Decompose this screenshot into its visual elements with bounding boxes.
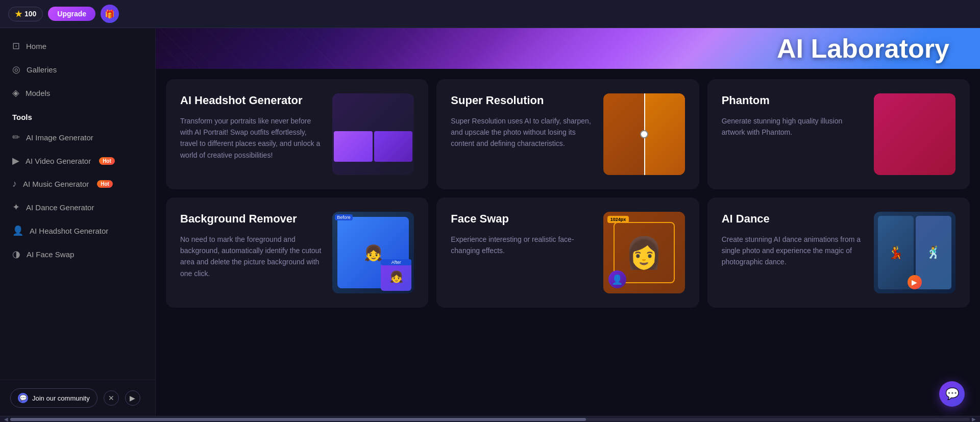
card-face-swap-desc: Experience interesting or realistic face… [451,234,595,257]
sidebar-item-ai-video[interactable]: ▶ AI Video Generator Hot [0,149,155,172]
card-ai-dance-info: AI Dance Create stunning AI dance animat… [722,212,866,268]
ai-video-icon: ▶ [12,155,19,166]
ai-image-icon: ✏ [12,132,20,143]
galleries-icon: ◎ [12,64,20,75]
youtube-button[interactable]: ▶ [125,390,140,406]
community-label: Join our community [32,394,90,402]
chat-bubble-button[interactable]: 💬 [939,381,965,407]
card-phantom[interactable]: Phantom Generate stunning high quality i… [707,79,970,189]
sidebar-item-models[interactable]: ◈ Models [0,81,155,105]
sidebar-item-ai-image[interactable]: ✏ AI Image Generator [0,126,155,149]
sidebar-item-ai-music-label: AI Music Generator [23,180,89,188]
topbar: ★ 100 Upgrade 🎁 [0,0,980,28]
card-ai-dance[interactable]: AI Dance Create stunning AI dance animat… [707,197,970,308]
main-layout: ⊡ Home ◎ Galleries ◈ Models Tools ✏ AI I… [0,28,980,416]
cards-grid: AI Headshot Generator Transform your por… [156,69,980,416]
card-ai-headshot-info: AI Headshot Generator Transform your por… [180,93,324,161]
sidebar-item-galleries-label: Galleries [27,65,57,74]
sidebar-item-ai-dance-label: AI Dance Generator [26,203,94,212]
sidebar-item-ai-music[interactable]: ♪ AI Music Generator Hot [0,172,155,195]
card-super-resolution-title: Super Resolution [451,93,595,108]
card-super-resolution[interactable]: Super Resolution Super Resolution uses A… [436,79,699,189]
scrollbar-track [10,418,970,421]
hot-badge-video: Hot [99,157,115,165]
stars-badge: ★ 100 [8,7,43,21]
sidebar-item-ai-video-label: AI Video Generator [26,157,91,165]
bottom-scrollbar: ◀ ▶ [0,416,980,422]
card-ai-dance-title: AI Dance [722,212,866,227]
home-icon: ⊡ [12,40,20,52]
sidebar-item-ai-headshot-label: AI Headshot Generator [30,227,108,235]
scrollbar-thumb [10,418,586,421]
card-phantom-image [874,93,955,175]
card-face-swap-title: Face Swap [451,212,595,227]
scroll-left-arrow[interactable]: ◀ [4,416,8,422]
hero-title: AI Laboratory [777,33,949,64]
hero-banner: AI Laboratory [156,28,980,69]
sidebar-footer: 💬 Join our community ✕ ▶ [0,380,155,416]
card-ai-headshot-title: AI Headshot Generator [180,93,324,108]
star-icon: ★ [15,9,22,19]
card-face-swap[interactable]: Face Swap Experience interesting or real… [436,197,699,308]
ai-face-swap-icon: ◑ [12,249,20,260]
card-face-swap-image: 👩 1024px 👤 [603,212,685,293]
card-phantom-info: Phantom Generate stunning high quality i… [722,93,866,138]
card-background-remover-image: 👧 👧 Before After [332,212,414,293]
sidebar-item-ai-dance[interactable]: ✦ AI Dance Generator [0,195,155,219]
sidebar-item-ai-face-swap[interactable]: ◑ AI Face Swap [0,242,155,266]
sidebar-item-models-label: Models [26,89,50,97]
sidebar-item-ai-headshot[interactable]: 👤 AI Headshot Generator [0,219,155,242]
stars-count: 100 [24,10,36,18]
card-super-resolution-info: Super Resolution Super Resolution uses A… [451,93,595,150]
models-icon: ◈ [12,87,19,98]
content-area: AI Laboratory AI Headshot Generator Tran… [156,28,980,416]
scroll-right-arrow[interactable]: ▶ [972,416,976,422]
community-button[interactable]: 💬 Join our community [10,388,97,408]
card-phantom-desc: Generate stunning high quality illusion … [722,115,866,138]
ai-music-icon: ♪ [12,179,17,189]
tools-section-label: Tools [0,105,155,126]
gift-button[interactable]: 🎁 [101,5,119,23]
sidebar-item-ai-image-label: AI Image Generator [26,133,93,142]
card-ai-headshot-image [332,93,414,175]
card-phantom-title: Phantom [722,93,866,108]
sidebar: ⊡ Home ◎ Galleries ◈ Models Tools ✏ AI I… [0,28,156,416]
ai-headshot-icon: 👤 [12,225,23,236]
sidebar-item-home[interactable]: ⊡ Home [0,34,155,58]
upgrade-button[interactable]: Upgrade [48,7,95,21]
sidebar-nav: ⊡ Home ◎ Galleries ◈ Models Tools ✏ AI I… [0,28,155,380]
card-background-remover-title: Background Remover [180,212,324,227]
sidebar-item-galleries[interactable]: ◎ Galleries [0,58,155,81]
card-super-resolution-desc: Super Resolution uses AI to clarify, sha… [451,115,595,150]
card-ai-headshot[interactable]: AI Headshot Generator Transform your por… [166,79,428,189]
card-background-remover-info: Background Remover No need to mark the f… [180,212,324,279]
card-face-swap-info: Face Swap Experience interesting or real… [451,212,595,256]
card-background-remover[interactable]: Background Remover No need to mark the f… [166,197,428,308]
discord-icon: 💬 [18,393,28,403]
card-super-resolution-image [603,93,685,175]
card-ai-headshot-desc: Transform your portraits like never befo… [180,115,324,161]
card-ai-dance-image: 💃 🕺 ▶ [874,212,955,293]
card-background-remover-desc: No need to mark the foreground and backg… [180,234,324,280]
ai-dance-icon: ✦ [12,202,20,213]
twitter-button[interactable]: ✕ [104,390,119,406]
hot-badge-music: Hot [97,180,113,188]
card-ai-dance-desc: Create stunning AI dance animations from… [722,234,866,268]
sidebar-item-ai-face-swap-label: AI Face Swap [27,250,74,259]
sidebar-item-home-label: Home [26,42,46,51]
